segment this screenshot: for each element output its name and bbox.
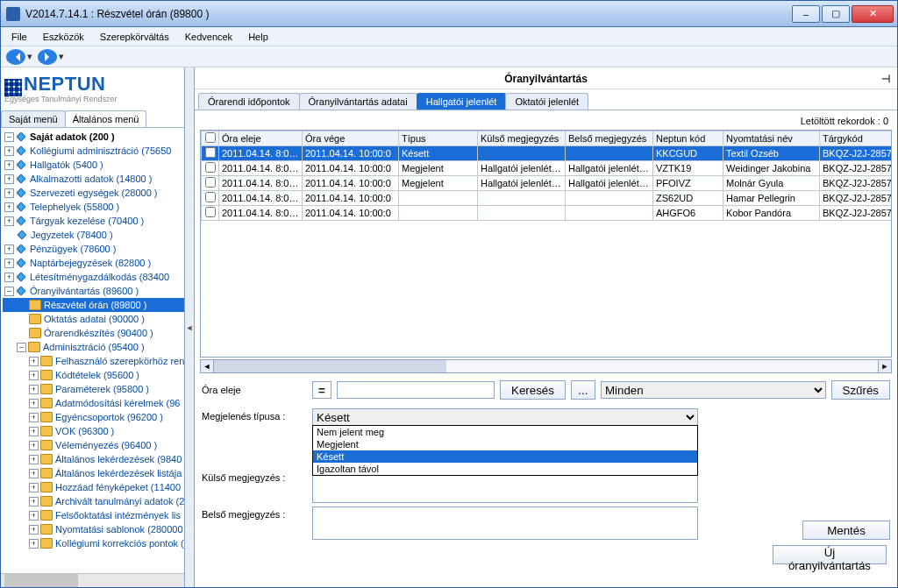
internal-note-textarea[interactable] — [312, 507, 698, 540]
table-row[interactable]: 2011.04.14. 8:00:002011.04.14. 10:00:0AH… — [202, 206, 893, 221]
diamond-icon — [16, 188, 25, 197]
col-tipus[interactable]: Típus — [399, 131, 478, 146]
tree-subitem[interactable]: +Felhasználó szerepkörhöz ren — [3, 354, 184, 368]
tree-item[interactable]: +Naptárbejegyzések (82800 ) — [3, 256, 184, 270]
tree-subitem[interactable]: +Kódtételek (95600 ) — [3, 368, 184, 382]
tree-item[interactable]: +Létesítménygazdálkodás (83400 — [3, 270, 184, 284]
tree-item[interactable]: Jegyzetek (78400 ) — [3, 228, 184, 242]
tab-hallgatoi-jelenet[interactable]: Hallgatói jelenlét — [417, 93, 507, 110]
attendance-grid[interactable]: Óra eleje Óra vége Típus Külső megjegyzé… — [200, 130, 892, 358]
tree-subitem[interactable]: –Adminisztráció (95400 ) — [3, 340, 184, 354]
appearance-type-select[interactable]: Késett — [312, 408, 698, 426]
col-ora-vege[interactable]: Óra vége — [303, 131, 399, 146]
tree-subitem[interactable]: Órarendkészítés (90400 ) — [3, 326, 184, 340]
menu-kedvencek[interactable]: Kedvencek — [178, 30, 239, 44]
option-megjelent[interactable]: Megjelent — [313, 438, 697, 450]
folder-icon — [29, 314, 41, 324]
search-more-button[interactable]: ... — [571, 380, 595, 400]
nav-forward-button[interactable] — [38, 49, 57, 65]
pin-icon[interactable]: ⊣ — [881, 73, 890, 85]
tab-oranyilvantartas-adatai[interactable]: Óranyilvántartás adatai — [299, 93, 417, 110]
tree-subitem[interactable]: Oktatás adatai (90000 ) — [3, 312, 184, 326]
scroll-right-button[interactable]: ► — [878, 359, 892, 373]
tree-subitem[interactable]: +Általános lekérdezések listája — [3, 466, 184, 480]
option-igazoltan-tavol[interactable]: Igazoltan távol — [313, 463, 697, 475]
folder-icon — [40, 538, 53, 549]
col-checkbox[interactable] — [202, 131, 219, 146]
tree-subitem[interactable]: +Nyomtatási sablonok (280000 — [3, 522, 184, 536]
tree-subitem[interactable]: +Véleményezés (96400 ) — [3, 438, 184, 452]
tree-subitem[interactable]: +Felsőoktatási intézmények lis — [3, 508, 184, 522]
tree-subitem[interactable]: +Paraméterek (95800 ) — [3, 382, 184, 396]
search-button[interactable]: Keresés — [500, 380, 566, 400]
row-checkbox[interactable] — [205, 147, 216, 158]
diamond-icon — [17, 230, 26, 239]
search-field-label: Óra eleje — [202, 385, 307, 395]
col-kulso-megjegyzes[interactable]: Külső megjegyzés — [478, 131, 566, 146]
nav-back-dropdown-icon[interactable]: ▾ — [27, 51, 32, 62]
tree-item[interactable]: +Alkalmazotti adatok (14800 ) — [3, 172, 184, 186]
folder-icon — [40, 440, 53, 450]
col-nyomtatasi-nev[interactable]: Nyomtatási név — [723, 131, 820, 146]
col-targykod[interactable]: Tárgykód — [820, 131, 893, 146]
col-ora-eleje[interactable]: Óra eleje — [219, 131, 303, 146]
tab-oktatoi-jelenet[interactable]: Oktatói jelenlét — [505, 93, 588, 110]
row-checkbox[interactable] — [205, 192, 216, 202]
filter-button[interactable]: Szűrés — [831, 380, 890, 400]
folder-icon — [40, 468, 53, 478]
option-nem-jelent-meg[interactable]: Nem jelent meg — [313, 426, 697, 438]
filter-select[interactable]: Minden — [601, 381, 826, 399]
row-checkbox[interactable] — [205, 162, 216, 173]
table-row[interactable]: 2011.04.14. 8:00:002011.04.14. 10:00:0Ké… — [202, 146, 893, 161]
tree-subitem[interactable]: +Hozzáad fényképeket (11400 — [3, 480, 184, 494]
tree-item[interactable]: +Kollégiumi adminisztráció (75650 — [3, 144, 184, 158]
nav-back-button[interactable] — [6, 49, 25, 65]
maximize-button[interactable]: ▢ — [822, 5, 850, 23]
menu-help[interactable]: Help — [241, 30, 275, 44]
tab-altalanos-menu[interactable]: Általános menü — [65, 110, 147, 127]
splitter[interactable]: ◄ — [185, 67, 194, 587]
select-all-checkbox[interactable] — [205, 132, 216, 143]
new-attendance-button[interactable]: Új óranyilvántartás — [773, 545, 887, 564]
tree-item[interactable]: +Tárgyak kezelése (70400 ) — [3, 214, 184, 228]
menu-file[interactable]: File — [4, 30, 34, 44]
folder-icon — [40, 524, 53, 535]
folder-icon — [40, 454, 53, 464]
tree-subitem[interactable]: Részvétel órán (89800 ) — [3, 298, 184, 312]
row-checkbox[interactable] — [205, 207, 216, 217]
tree-subitem[interactable]: +Általános lekérdezések (9840 — [3, 452, 184, 466]
tree-item[interactable]: +Telephelyek (55800 ) — [3, 200, 184, 214]
menu-szerepkor[interactable]: Szerepkörváltás — [93, 30, 176, 44]
tree-root[interactable]: – Saját adatok (200 ) — [3, 130, 184, 144]
table-row[interactable]: 2011.04.14. 8:00:002011.04.14. 10:00:0ZS… — [202, 191, 893, 206]
row-checkbox[interactable] — [205, 177, 216, 188]
close-button[interactable]: ✕ — [852, 5, 894, 23]
search-value-input[interactable] — [337, 381, 495, 399]
tab-sajat-menu[interactable]: Saját menü — [1, 110, 66, 127]
tree-subitem[interactable]: +Kollégiumi korrekciós pontok ( — [3, 536, 184, 550]
tree-item[interactable]: –Óranyilvántartás (89600 ) — [3, 284, 184, 298]
tree-subitem[interactable]: +Adatmódosítási kérelmek (96 — [3, 396, 184, 410]
col-neptun-kod[interactable]: Neptun kód — [653, 131, 723, 146]
col-belso-megjegyzes[interactable]: Belső megjegyzés — [566, 131, 653, 146]
menu-eszkozok[interactable]: Eszközök — [36, 30, 91, 44]
tree-item[interactable]: +Szervezeti egységek (28000 ) — [3, 186, 184, 200]
save-button[interactable]: Mentés — [802, 521, 890, 540]
left-horizontal-scrollbar[interactable] — [1, 573, 184, 587]
nav-forward-dropdown-icon[interactable]: ▾ — [59, 51, 64, 62]
search-operator-button[interactable]: = — [312, 381, 331, 399]
table-row[interactable]: 2011.04.14. 8:00:002011.04.14. 10:00:0Me… — [202, 161, 893, 176]
option-kesett[interactable]: Késett — [313, 450, 697, 463]
tab-orarendi-idopontok[interactable]: Órarendi időpontok — [198, 93, 300, 110]
nav-tree[interactable]: – Saját adatok (200 ) +Kollégiumi admini… — [1, 128, 184, 573]
tree-item[interactable]: +Pénzügyek (78600 ) — [3, 242, 184, 256]
table-row[interactable]: 2011.04.14. 8:00:002011.04.14. 10:00:0Me… — [202, 176, 893, 191]
diamond-icon — [16, 272, 25, 281]
grid-horizontal-scrollbar[interactable]: ◄ ► — [200, 359, 892, 373]
minimize-button[interactable]: – — [792, 5, 820, 23]
tree-subitem[interactable]: +VOK (96300 ) — [3, 424, 184, 438]
scroll-left-button[interactable]: ◄ — [200, 359, 214, 373]
tree-item[interactable]: +Hallgatók (5400 ) — [3, 158, 184, 172]
tree-subitem[interactable]: +Archivált tanulmányi adatok (2 — [3, 494, 184, 508]
tree-subitem[interactable]: +Egyéncsoportok (96200 ) — [3, 410, 184, 424]
